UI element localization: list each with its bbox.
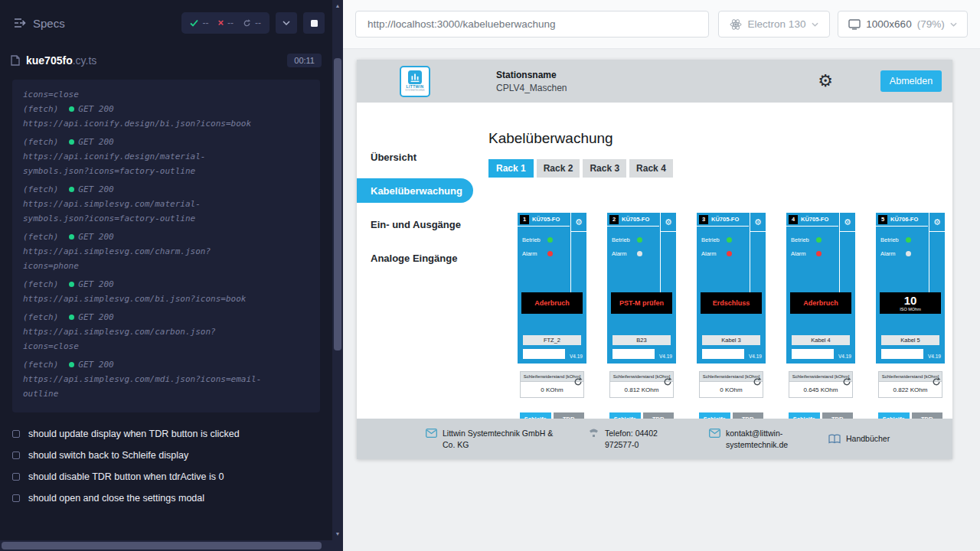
firmware-version: V4.19	[659, 354, 672, 359]
viewport-icon	[848, 19, 861, 30]
logo-subtext: SYSTEMTECHNIK	[405, 90, 425, 92]
horizontal-scrollbar[interactable]	[0, 540, 332, 551]
device-side-strip: ⚙	[750, 213, 766, 292]
schleife-button[interactable]: Schleife	[789, 412, 820, 419]
sidebar-item-ein-und-ausgaenge[interactable]: Ein- und Ausgänge	[357, 207, 473, 241]
scrollbar-thumb[interactable]	[2, 542, 322, 549]
tdr-button[interactable]: TDR	[733, 412, 764, 419]
alarm-led	[816, 251, 822, 256]
test-title: should open and close the settings modal	[28, 493, 204, 504]
stop-button[interactable]	[303, 12, 325, 34]
tab-rack-3[interactable]: Rack 3	[583, 159, 626, 178]
status-text: Aderbruch	[803, 299, 838, 307]
device-number: 4	[789, 215, 798, 224]
refresh-icon[interactable]	[573, 376, 583, 385]
device-side-strip: ⚙	[929, 213, 945, 292]
device-number: 5	[878, 215, 887, 224]
vertical-scrollbar[interactable]: ▲ ▼	[332, 0, 343, 540]
test-status-icon	[12, 473, 20, 481]
tdr-button[interactable]: TDR	[912, 412, 943, 419]
scroll-down-arrow[interactable]: ▼	[332, 530, 343, 539]
tdr-button[interactable]: TDR	[643, 412, 675, 419]
passed-count: --	[202, 18, 208, 28]
url-bar[interactable]	[355, 11, 709, 37]
schleife-button[interactable]: Schleife	[520, 412, 551, 419]
browser-selector[interactable]: Electron 130	[718, 11, 830, 37]
scrollbar-thumb[interactable]	[334, 58, 341, 350]
firmware-version: V4.19	[838, 354, 851, 359]
log-url: https://api.simplesvg.com/bi.json?icons=…	[23, 292, 309, 306]
betrieb-led	[906, 237, 911, 243]
device-settings-icon[interactable]: ⚙	[661, 213, 676, 232]
cable-field	[523, 349, 565, 359]
card-buttons: Schleife TDR	[699, 412, 763, 419]
device-card-top: 3 KÜ705-FO ⚙ Betrieb Alarm Erdschluss	[697, 213, 766, 364]
log-method: GET 200	[78, 230, 113, 244]
log-url: symbols.json?icons=factory-outline	[23, 164, 309, 178]
status-subtext: ISO MOhm	[900, 307, 921, 311]
collapse-button[interactable]	[276, 12, 297, 34]
device-card-top: 4 KÜ705-FO ⚙ Betrieb Alarm Aderbruch	[786, 213, 855, 364]
app-preview: LITTWIN SYSTEMTECHNIK Stationsname CPLV4…	[357, 60, 952, 459]
refresh-icon[interactable]	[932, 376, 941, 385]
cable-name: FTZ_2	[523, 335, 581, 345]
station-name: CPLV4_Maschen	[496, 83, 567, 93]
log-line: icons=close	[23, 87, 309, 102]
scroll-up-arrow[interactable]: ▲	[332, 2, 343, 11]
footer-phone: Telefon: 04402 972577-0	[588, 428, 683, 449]
device-settings-icon[interactable]: ⚙	[571, 213, 586, 232]
alarm-led	[547, 251, 553, 256]
tab-rack-2[interactable]: Rack 2	[537, 159, 580, 178]
settings-gear-icon[interactable]: ⚙	[818, 73, 833, 90]
stat-passed: --	[190, 18, 208, 28]
logout-button[interactable]: Abmelden	[880, 70, 942, 92]
test-item[interactable]: should open and close the settings modal	[12, 487, 320, 509]
device-settings-icon[interactable]: ⚙	[840, 213, 855, 232]
test-stats: -- × -- --	[181, 12, 270, 34]
viewport-selector[interactable]: 1000x660 (79%)	[838, 11, 968, 37]
sidebar-item-kabelueberwachung[interactable]: Kabelüberwachung	[357, 178, 473, 203]
littwin-logo: LITTWIN SYSTEMTECHNIK	[400, 66, 430, 97]
status-dot-icon	[69, 362, 74, 367]
log-url: icons=close	[23, 339, 309, 354]
tab-rack-1[interactable]: Rack 1	[488, 159, 534, 178]
device-model: KÜ705-FO	[801, 216, 828, 223]
browser-toolbar: Electron 130 1000x660 (79%)	[343, 0, 980, 49]
device-settings-icon[interactable]: ⚙	[929, 213, 945, 232]
refresh-icon[interactable]	[753, 376, 762, 385]
schleife-button[interactable]: Schleife	[699, 412, 730, 419]
footer-manuals[interactable]: Handbücher	[828, 433, 890, 444]
log-url: icons=phone	[23, 259, 309, 273]
log-entry: (fetch)GET 200 https://api.simplesvg.com…	[23, 277, 309, 306]
tdr-button[interactable]: TDR	[822, 412, 854, 419]
log-entry: (fetch)GET 200 https://api.simplesvg.com…	[23, 182, 309, 226]
tab-rack-4[interactable]: Rack 4	[629, 159, 673, 178]
specs-label: Specs	[33, 17, 65, 30]
tdr-button[interactable]: TDR	[554, 412, 585, 419]
betrieb-led	[727, 237, 732, 243]
command-log[interactable]: icons=close (fetch)GET 200 https://api.i…	[12, 80, 320, 412]
schleife-button[interactable]: Schleife	[878, 412, 910, 419]
test-item[interactable]: should switch back to Schleife display	[12, 445, 320, 466]
spec-file-row[interactable]: kue705fo.cy.ts 00:11	[0, 46, 332, 75]
alarm-led	[727, 251, 732, 256]
device-settings-icon[interactable]: ⚙	[750, 213, 766, 232]
device-card-titlebar: 3 KÜ705-FO	[697, 213, 749, 227]
refresh-icon[interactable]	[842, 376, 851, 385]
device-card: 2 KÜ705-FO ⚙ Betrieb Alarm PST-M prüfen	[607, 213, 676, 419]
viewport-zoom: (79%)	[917, 18, 945, 30]
device-number: 3	[699, 215, 708, 224]
refresh-icon[interactable]	[663, 376, 672, 385]
specs-link[interactable]: Specs	[14, 17, 65, 30]
status-text: PST-M prüfen	[619, 299, 664, 307]
test-item[interactable]: should update display when TDR button is…	[12, 423, 320, 445]
sidebar-item-analoge-eingaenge[interactable]: Analoge Eingänge	[357, 241, 473, 275]
cable-field	[792, 349, 834, 359]
log-url: https://api.simplesvg.com/carbon.json?	[23, 324, 309, 339]
sidebar-item-uebersicht[interactable]: Übersicht	[357, 140, 473, 174]
log-prefix: (fetch)	[23, 182, 58, 197]
pending-count: --	[255, 18, 261, 28]
url-input[interactable]	[366, 18, 698, 31]
test-item[interactable]: should disable TDR button when tdrActive…	[12, 466, 320, 487]
schleife-button[interactable]: Schleife	[609, 412, 641, 419]
